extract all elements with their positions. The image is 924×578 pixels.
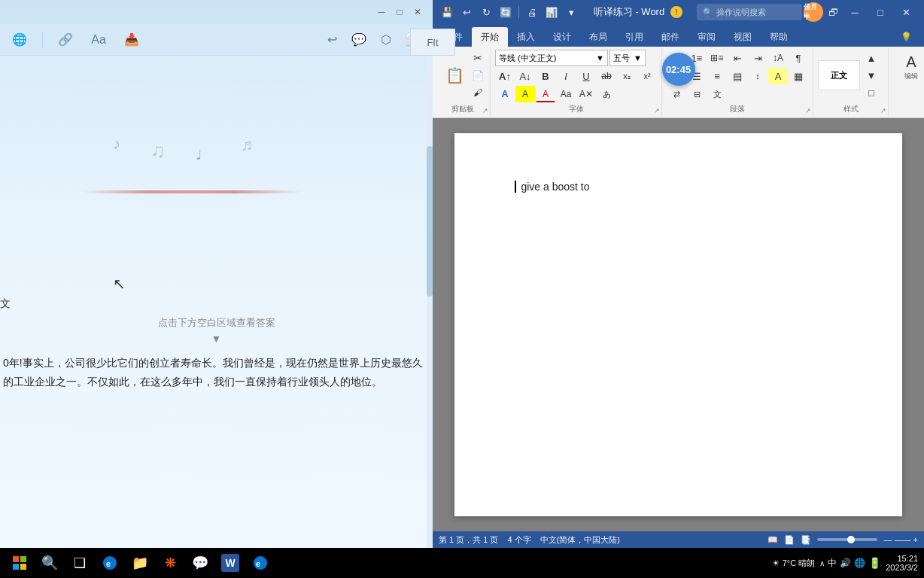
paragraph-expand[interactable]: ↗ bbox=[805, 107, 811, 114]
tab-lightbulb[interactable]: 💡 bbox=[892, 27, 921, 47]
answer-hint-area[interactable]: 点击下方空白区域查看答案 ▼ bbox=[158, 316, 275, 345]
network-icon[interactable]: 🌐 bbox=[854, 558, 865, 568]
italic-btn[interactable]: I bbox=[556, 68, 576, 84]
task-view-btn[interactable]: ❑ bbox=[66, 549, 93, 576]
volume-icon[interactable]: 🔊 bbox=[840, 558, 851, 568]
word-custom-icon[interactable]: 📊 bbox=[543, 4, 560, 20]
tab-layout[interactable]: 布局 bbox=[580, 27, 616, 47]
word-maximize-btn[interactable]: □ bbox=[868, 0, 892, 24]
font-name-selector[interactable]: 等线 (中文正文) ▼ bbox=[495, 50, 608, 66]
decrease-font-btn[interactable]: A↓ bbox=[515, 68, 535, 84]
word-more-icon[interactable]: ▾ bbox=[563, 4, 579, 20]
multi-level-list-btn[interactable]: ⊞≡ bbox=[707, 50, 727, 66]
tab-view[interactable]: 视图 bbox=[725, 27, 761, 47]
close-btn-left[interactable]: ✕ bbox=[409, 3, 427, 21]
user-avatar[interactable]: 佳月申 bbox=[804, 2, 823, 22]
phonetic-btn[interactable]: あ bbox=[597, 86, 616, 102]
tray-expand-icon[interactable]: ∧ bbox=[819, 559, 825, 567]
taskbar-app-edge[interactable]: e bbox=[96, 549, 123, 576]
font-color-btn[interactable]: A bbox=[536, 86, 555, 102]
left-scrollbar[interactable] bbox=[427, 56, 433, 548]
cut-btn[interactable]: ✂ bbox=[470, 50, 485, 66]
indent-increase-btn[interactable]: ⇥ bbox=[748, 50, 767, 66]
indent-decrease-btn[interactable]: ⇤ bbox=[728, 50, 747, 66]
shading-btn[interactable]: A bbox=[768, 68, 788, 84]
bold-btn[interactable]: B bbox=[536, 68, 555, 84]
toolbar-group-styles: 正文 ▲ ▼ □ 样式 ↗ bbox=[813, 48, 889, 116]
minimize-btn[interactable]: ─ bbox=[372, 3, 391, 21]
edit-style-btn[interactable]: A 编辑 bbox=[893, 50, 924, 84]
taskbar-app-browser[interactable]: e bbox=[247, 549, 274, 576]
tab-design[interactable]: 设计 bbox=[544, 27, 580, 47]
font-size-large-btn[interactable]: Aa bbox=[556, 86, 576, 102]
style-expand[interactable]: □ bbox=[862, 84, 881, 101]
increase-font-btn[interactable]: A↑ bbox=[495, 68, 515, 84]
style-scroll-down[interactable]: ▼ bbox=[862, 67, 881, 84]
taskbar-app-word[interactable]: W bbox=[217, 549, 244, 576]
puzzle-icon[interactable]: ⬡ bbox=[375, 29, 397, 50]
tab-insert[interactable]: 插入 bbox=[508, 27, 544, 47]
undo-icon[interactable]: ↩ bbox=[321, 29, 342, 50]
superscript-btn[interactable]: x² bbox=[637, 68, 657, 84]
input-method-icon[interactable]: 中 bbox=[828, 557, 837, 570]
link-icon[interactable]: 🔗 bbox=[55, 29, 76, 50]
status-read-icon[interactable]: 📖 bbox=[767, 535, 778, 545]
styles-expand[interactable]: ↗ bbox=[880, 107, 886, 114]
battery-icon[interactable]: 🔋 bbox=[868, 557, 881, 569]
tab-help[interactable]: 帮助 bbox=[761, 27, 797, 47]
status-print-icon[interactable]: 📄 bbox=[784, 535, 795, 545]
start-btn[interactable] bbox=[6, 549, 33, 576]
format-painter-btn[interactable]: 🖌 bbox=[470, 84, 485, 101]
word-auto-save-icon[interactable]: 🔄 bbox=[497, 4, 514, 20]
justify-btn[interactable]: ▤ bbox=[728, 68, 747, 84]
taskbar-clock[interactable]: 15:21 2023/3/2 bbox=[886, 554, 918, 572]
strikethrough-btn[interactable]: ab bbox=[597, 68, 616, 84]
text-dir-btn[interactable]: ⇄ bbox=[667, 86, 686, 102]
cn-layout-btn[interactable]: 文 bbox=[707, 86, 727, 102]
taskbar-app-wechat[interactable]: 💬 bbox=[187, 549, 214, 576]
line-spacing-btn[interactable]: ↕ bbox=[748, 68, 767, 84]
comment-icon[interactable]: 💬 bbox=[348, 29, 369, 50]
word-close-btn[interactable]: ✕ bbox=[894, 0, 918, 24]
subscript-btn[interactable]: x₂ bbox=[617, 68, 637, 84]
highlight-btn[interactable]: A bbox=[515, 86, 535, 102]
search-btn[interactable]: 🔍 bbox=[36, 549, 63, 576]
underline-btn[interactable]: U bbox=[576, 68, 596, 84]
tab-review[interactable]: 审阅 bbox=[688, 27, 725, 47]
scrollbar-thumb[interactable] bbox=[427, 146, 433, 297]
globe-icon[interactable]: 🌐 bbox=[9, 29, 30, 50]
paste-btn[interactable]: 📋 bbox=[440, 58, 469, 93]
word-print-icon[interactable]: 🖨 bbox=[524, 4, 540, 20]
tab-home[interactable]: 开始 bbox=[472, 27, 508, 47]
font-expand[interactable]: ↗ bbox=[654, 107, 660, 114]
fit-button[interactable]: FIt bbox=[410, 29, 455, 56]
col-btn[interactable]: ⊟ bbox=[687, 86, 707, 102]
show-marks-btn[interactable]: ¶ bbox=[789, 50, 808, 66]
status-web-icon[interactable]: 📑 bbox=[801, 535, 811, 545]
tab-references[interactable]: 引用 bbox=[616, 27, 652, 47]
word-save-icon[interactable]: 💾 bbox=[439, 4, 455, 20]
maximize-btn[interactable]: □ bbox=[391, 3, 409, 21]
download-icon[interactable]: 📥 bbox=[121, 29, 142, 50]
tab-mailings[interactable]: 邮件 bbox=[652, 27, 688, 47]
copy-btn[interactable]: 📄 bbox=[470, 67, 485, 84]
align-right-btn[interactable]: ≡ bbox=[707, 68, 727, 84]
document-page[interactable]: give a boost to bbox=[454, 133, 902, 516]
zoom-slider[interactable] bbox=[817, 538, 877, 541]
word-minimize-btn[interactable]: ─ bbox=[843, 0, 867, 24]
clipboard-expand[interactable]: ↗ bbox=[482, 107, 488, 114]
clear-format-btn[interactable]: A✕ bbox=[576, 86, 596, 102]
text-effect-btn[interactable]: A bbox=[495, 86, 515, 102]
taskbar-app-taobao[interactable]: ❋ bbox=[157, 549, 184, 576]
sort-btn[interactable]: ↕A bbox=[768, 50, 788, 66]
restore-window-icon[interactable]: 🗗 bbox=[825, 4, 841, 20]
word-undo-icon[interactable]: ↩ bbox=[458, 4, 475, 20]
document-content[interactable]: give a boost to bbox=[521, 181, 589, 193]
normal-style[interactable]: 正文 bbox=[818, 60, 860, 90]
taskbar-app-files[interactable]: 📁 bbox=[126, 549, 153, 576]
border-btn[interactable]: ▦ bbox=[789, 68, 808, 84]
style-scroll-up[interactable]: ▲ bbox=[862, 50, 881, 66]
text-icon[interactable]: Aa bbox=[88, 29, 109, 50]
word-redo-icon[interactable]: ↻ bbox=[478, 4, 494, 20]
font-size-selector[interactable]: 五号 ▼ bbox=[609, 50, 646, 66]
